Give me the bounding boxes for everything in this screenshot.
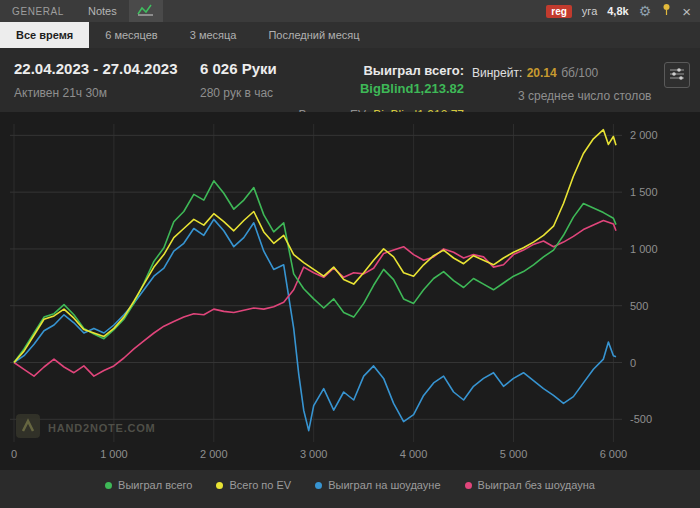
hands-column: 6 026 Руки 280 рук в час [200, 60, 277, 100]
watermark-text: HAND2NOTE.COM [48, 422, 156, 434]
hand2note-logo-icon [16, 414, 40, 442]
legend-label: Всего по EV [229, 479, 291, 491]
filter-6-months[interactable]: 6 месяцев [89, 22, 173, 48]
legend-dot [216, 482, 223, 489]
legend-item-2[interactable]: Выиграл на шоудауне [315, 479, 440, 491]
filter-3-months[interactable]: 3 месяца [174, 22, 253, 48]
series-line-2 [14, 219, 616, 430]
hand2note-stats-window: GENERAL Notes reg уга 4,8k ⚙ × [0, 0, 700, 508]
tab-notes[interactable]: Notes [76, 0, 129, 22]
y-axis-label: 500 [630, 300, 648, 312]
legend-label: Выиграл всего [118, 479, 192, 491]
settings-gear-icon[interactable]: ⚙ [639, 4, 652, 18]
winnings-chart[interactable]: 01 0002 0003 0004 0005 0006 000-50005001… [0, 112, 700, 470]
tab-general[interactable]: GENERAL [0, 0, 76, 22]
watermark: HAND2NOTE.COM [16, 414, 156, 442]
filter-all-time[interactable]: Все время [0, 22, 89, 48]
y-axis-label: 1 500 [630, 186, 658, 198]
legend-item-3[interactable]: Выиграл без шоудауна [465, 479, 595, 491]
pin-icon[interactable] [661, 2, 672, 20]
chart-settings-button[interactable] [664, 62, 690, 88]
legend-dot [465, 482, 472, 489]
sliders-icon [670, 66, 684, 84]
x-axis-label: 1 000 [100, 448, 128, 460]
won-total-line: Выиграл всего: BigBlind1,213.82 [278, 61, 464, 97]
hands-per-hour: 280 рук в час [200, 86, 277, 100]
date-column: 22.04.2023 - 27.04.2023 Активен 21ч 30м [14, 60, 177, 100]
legend-dot [105, 482, 112, 489]
won-total-label: Выиграл всего: [363, 63, 464, 78]
graph-icon [137, 2, 155, 20]
y-axis-label: -500 [630, 413, 652, 425]
filter-last-month[interactable]: Последний месяц [252, 22, 375, 48]
winrate-column: Винрейт: 20.14 бб/100 3 среднее число ст… [472, 63, 662, 103]
y-axis-label: 1 000 [630, 243, 658, 255]
series-line-3 [14, 221, 616, 377]
legend-item-0[interactable]: Выиграл всего [105, 479, 192, 491]
date-range: 22.04.2023 - 27.04.2023 [14, 60, 177, 77]
active-time: Активен 21ч 30м [14, 86, 177, 100]
close-icon[interactable]: × [682, 4, 691, 19]
series-line-1 [14, 130, 616, 363]
period-filter-bar: Все время 6 месяцев 3 месяца Последний м… [0, 22, 700, 48]
tab-graph[interactable] [129, 0, 163, 22]
winrate-unit: бб/100 [561, 66, 598, 80]
y-axis-label: 2 000 [630, 129, 658, 141]
stats-header: 22.04.2023 - 27.04.2023 Активен 21ч 30м … [0, 48, 700, 112]
topbar-right-cluster: reg уга 4,8k ⚙ × [546, 2, 700, 20]
x-axis-label: 2 000 [200, 448, 228, 460]
hands-count-badge: 4,8k [607, 5, 628, 17]
legend-label: Выиграл без шоудауна [478, 479, 595, 491]
winrate-value: 20.14 [527, 66, 557, 80]
reg-badge: reg [546, 5, 572, 18]
x-axis-label: 6 000 [600, 448, 628, 460]
chart-legend: Выиграл всегоВсего по EVВыиграл на шоуда… [0, 479, 700, 491]
x-axis-label: 4 000 [400, 448, 428, 460]
legend-label: Выиграл на шоудауне [328, 479, 440, 491]
legend-item-1[interactable]: Всего по EV [216, 479, 291, 491]
top-bar: GENERAL Notes reg уга 4,8k ⚙ × [0, 0, 700, 22]
winrate-label: Винрейт: [472, 66, 522, 80]
x-axis-label: 5 000 [500, 448, 528, 460]
legend-dot [315, 482, 322, 489]
y-axis-label: 0 [630, 357, 636, 369]
avg-tables: 3 среднее число столов [518, 89, 662, 103]
winrate-line: Винрейт: 20.14 бб/100 [472, 63, 662, 81]
player-name: уга [582, 5, 597, 17]
x-axis-label: 0 [11, 448, 17, 460]
hands-total: 6 026 Руки [200, 60, 277, 77]
won-total-value: BigBlind1,213.82 [360, 81, 464, 96]
x-axis-label: 3 000 [300, 448, 328, 460]
